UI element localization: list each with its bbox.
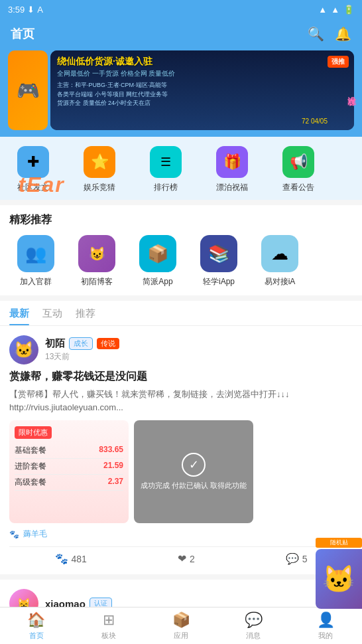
featured-icon-study: 📚 xyxy=(200,235,237,272)
paw-icon: 🐾 xyxy=(55,552,68,565)
post-actions: 🐾 481 ❤ 2 💬 5 xyxy=(9,546,353,565)
featured-icon-group: 👥 xyxy=(17,235,54,272)
banner-section: 🎮 绕仙低价货源·诚邀入驻 全网最低价 一手货源 价格全网 质量低价 主营：和平… xyxy=(0,50,362,137)
nav-messages-label: 消息 xyxy=(246,631,261,641)
post-title[interactable]: 赏嫌帮，赚零花钱还是没问题 xyxy=(9,370,353,384)
post-card: 🐱 初陌 成长 传说 13天前 赏嫌帮，赚零花钱还是没问题 【赏帮稀】帮人代，赚… xyxy=(0,326,362,580)
profile-icon: 👤 xyxy=(317,611,335,629)
tag-label: 薅羊毛 xyxy=(23,528,47,540)
notification-icon[interactable]: 🔔 xyxy=(335,26,351,42)
qa-item-notice[interactable]: 📢 查看公告 xyxy=(265,143,332,196)
featured-icon-blog: 😺 xyxy=(78,235,115,272)
quick-actions-section: ✚ 社区发文 ⭐ 娱乐竞猜 ☰ 排行榜 🎁 漂泊祝福 📢 查看公告 xyxy=(0,137,362,200)
post-tag-row: 🐾 薅羊毛 xyxy=(9,528,353,540)
featured-item-blog[interactable]: 😺 初陌博客 xyxy=(70,235,123,287)
tab-interaction[interactable]: 互动 xyxy=(42,307,62,325)
qa-label-ranking: 排行榜 xyxy=(154,182,178,193)
content-tabs: 最新 互动 推荐 xyxy=(0,301,362,326)
qa-label-notice: 查看公告 xyxy=(282,182,314,193)
tag-icon: 🐾 xyxy=(9,530,19,539)
featured-item-study[interactable]: 📚 轻学iApp xyxy=(192,235,245,287)
post-username: 初陌 xyxy=(45,337,65,350)
nav-blocks[interactable]: ⊞ 板块 xyxy=(72,607,145,644)
qa-icon-entertainment: ⭐ xyxy=(84,146,115,178)
post-excerpt: 【赏帮稀】帮人代，赚买钱！就来赏帮稀，复制链接，去浏览器中打开↓↓↓ http:… xyxy=(9,388,353,414)
featured-label-jianpai: 简派App xyxy=(143,276,172,287)
tab-latest[interactable]: 最新 xyxy=(9,307,29,325)
featured-icon-jianpai: 📦 xyxy=(139,235,176,272)
qa-item-community[interactable]: ✚ 社区发文 xyxy=(0,143,66,196)
featured-label-connect: 易对接iA xyxy=(265,276,296,287)
qa-icon-community: ✚ xyxy=(17,146,49,178)
banner-main[interactable]: 绕仙低价货源·诚邀入驻 全网最低价 一手货源 价格全网 质量低价 主营：和平·P… xyxy=(50,50,354,130)
featured-item-jianpai[interactable]: 📦 简派App xyxy=(131,235,184,287)
featured-label-group: 加入官群 xyxy=(20,276,52,287)
top-nav: 首页 🔍 🔔 xyxy=(0,19,362,50)
heart-button[interactable]: ❤ 2 xyxy=(178,552,195,565)
nav-apps-label: 应用 xyxy=(174,631,188,641)
like-button[interactable]: 🐾 481 xyxy=(55,552,87,565)
qa-icon-notice: 📢 xyxy=(282,146,314,178)
nav-profile[interactable]: 👤 我的 xyxy=(290,607,362,644)
qa-item-blessing[interactable]: 🎁 漂泊祝福 xyxy=(199,143,265,196)
top-nav-actions: 🔍 🔔 xyxy=(308,26,351,42)
nav-blocks-label: 板块 xyxy=(101,631,116,641)
qa-label-entertainment: 娱乐竞猜 xyxy=(84,182,115,193)
apps-icon: 📦 xyxy=(172,611,190,629)
nav-apps[interactable]: 📦 应用 xyxy=(145,607,217,644)
post-avatar[interactable]: 🐱 xyxy=(9,335,38,364)
qa-label-community: 社区发文 xyxy=(17,182,49,193)
comment-icon: 💬 xyxy=(286,552,299,565)
badge-legend: 传说 xyxy=(97,338,119,349)
page-title: 首页 xyxy=(11,26,34,42)
qa-item-entertainment[interactable]: ⭐ 娱乐竞猜 xyxy=(66,143,133,196)
featured-title: 精彩推荐 xyxy=(9,213,353,227)
badge-admin: 成长 xyxy=(69,337,93,350)
price-row-3: 高级套餐 2.37 xyxy=(15,475,123,491)
featured-icon-connect: ☁ xyxy=(261,235,298,272)
banner-left-logo[interactable]: 🎮 xyxy=(8,50,48,130)
battery-icon: 🔋 xyxy=(343,5,354,15)
banner-title: 绕仙低价货源·诚邀入驻 xyxy=(57,56,347,68)
qa-item-ranking[interactable]: ☰ 排行榜 xyxy=(133,143,199,196)
nav-home[interactable]: 🏠 首页 xyxy=(0,607,72,644)
home-icon: 🏠 xyxy=(27,611,45,629)
banner-date: 72 04/05 xyxy=(302,118,328,125)
banner-text-rows: 主营：和平·PUBG·王者·CPM·端区·高能等 各类平台端端 小号等项目 网红… xyxy=(57,81,347,108)
comment-count: 5 xyxy=(302,554,308,564)
post-images: 限时优惠 基础套餐 833.65 进阶套餐 21.59 高级套餐 2.37 xyxy=(9,420,353,523)
price-row-1: 基础套餐 833.65 xyxy=(15,443,123,459)
wifi-icon: ▲ xyxy=(318,5,327,15)
post-name-row: 初陌 成长 传说 xyxy=(45,337,353,350)
banner-subtitle: 全网最低价 一手货源 价格全网 质量低价 xyxy=(57,69,347,78)
overlay-check-icon: ✓ xyxy=(182,453,206,477)
featured-item-group[interactable]: 👥 加入官群 xyxy=(9,235,62,287)
nav-profile-label: 我的 xyxy=(318,631,333,641)
price-label: 限时优惠 xyxy=(15,426,52,439)
featured-item-connect[interactable]: ☁ 易对接iA xyxy=(253,235,306,287)
price-row-2: 进阶套餐 21.59 xyxy=(15,459,123,475)
comment-button[interactable]: 💬 5 xyxy=(286,552,308,565)
post-image-2[interactable]: ✓ 成功完成 付款已确认 取得此功能 xyxy=(134,420,253,523)
floating-random-post[interactable]: 随机贴 🐱 xyxy=(316,538,362,604)
post-time: 13天前 xyxy=(45,351,353,362)
banner-side: 没 春 xyxy=(342,50,362,130)
blocks-icon: ⊞ xyxy=(103,611,115,629)
featured-label-study: 轻学iApp xyxy=(203,276,235,287)
heart-count: 2 xyxy=(190,554,195,564)
nav-messages[interactable]: 💬 消息 xyxy=(217,607,290,644)
featured-label-blog: 初陌博客 xyxy=(81,276,113,287)
status-bar: 3:59 ⬇ A ▲ ▲ 🔋 xyxy=(0,0,362,19)
overlay-text: 成功完成 付款已确认 取得此功能 xyxy=(141,481,247,491)
post-image-1[interactable]: 限时优惠 基础套餐 833.65 进阶套餐 21.59 高级套餐 2.37 xyxy=(9,420,129,523)
signal-icon: ▲ xyxy=(331,5,339,15)
tab-recommend[interactable]: 推荐 xyxy=(76,307,95,325)
like-count: 481 xyxy=(72,554,87,564)
qa-icon-blessing: 🎁 xyxy=(216,146,248,178)
heart-icon: ❤ xyxy=(178,552,186,565)
download-icon: ⬇ xyxy=(27,5,34,15)
search-icon[interactable]: 🔍 xyxy=(308,26,324,42)
qa-icon-ranking: ☰ xyxy=(150,146,182,178)
status-time: 3:59 xyxy=(8,5,25,15)
quick-actions-scroll: ✚ 社区发文 ⭐ 娱乐竞猜 ☰ 排行榜 🎁 漂泊祝福 📢 查看公告 xyxy=(0,143,362,196)
